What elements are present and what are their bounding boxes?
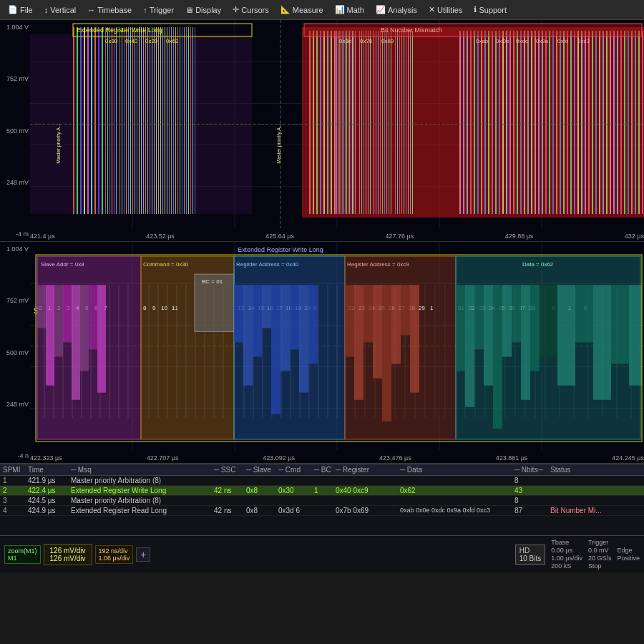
svg-rect-91: [374, 31, 374, 214]
stop-label: Stop: [588, 562, 612, 570]
col-reg: ─ Register: [336, 466, 400, 474]
svg-rect-58: [188, 27, 189, 214]
svg-rect-266: [280, 285, 290, 371]
svg-rect-339: [593, 285, 611, 400]
svg-rect-99: [391, 31, 391, 214]
svg-text:0x9a: 0x9a: [536, 38, 549, 44]
svg-rect-15: [87, 27, 89, 214]
svg-text:9: 9: [152, 305, 156, 311]
svg-rect-87: [364, 31, 364, 214]
svg-rect-217: [63, 285, 72, 342]
svg-rect-38: [145, 27, 146, 214]
svg-rect-44: [158, 27, 159, 214]
svg-rect-109: [459, 31, 461, 214]
top-x-4: 427.76 µs: [385, 233, 414, 240]
svg-text:Master priority A...: Master priority A...: [56, 123, 62, 164]
svg-rect-85: [359, 31, 360, 214]
svg-text:0x78: 0x78: [360, 38, 373, 44]
menu-trigger[interactable]: ↑ Trigger: [138, 4, 179, 16]
svg-rect-153: [617, 31, 618, 214]
svg-rect-27: [122, 27, 122, 214]
svg-rect-329: [474, 285, 484, 349]
bottom-x-2: 422.707 µs: [147, 454, 179, 462]
menu-measure[interactable]: 📐 Measure: [275, 3, 328, 16]
svg-rect-83: [353, 31, 354, 214]
bottom-x-4: 423.476 µs: [379, 454, 411, 462]
svg-rect-101: [397, 31, 398, 214]
svg-rect-108: [412, 31, 413, 214]
svg-rect-88: [366, 31, 366, 214]
menu-vertical[interactable]: ↕ Vertical: [39, 4, 82, 16]
col-spmi: SPMI: [3, 466, 28, 474]
menu-analysis[interactable]: 📈 Analysis: [371, 3, 422, 16]
svg-rect-50: [171, 27, 172, 214]
svg-rect-61: [195, 27, 195, 214]
svg-text:Register Address = 0x40: Register Address = 0x40: [236, 261, 299, 268]
svg-rect-121: [502, 31, 504, 214]
svg-rect-131: [538, 31, 540, 214]
menu-timebase[interactable]: ↔ Timebase: [82, 4, 137, 16]
svg-rect-95: [382, 31, 383, 214]
tbase-value: 0.00 µs: [551, 547, 582, 554]
svg-rect-332: [502, 285, 512, 356]
svg-rect-103: [401, 31, 402, 214]
svg-rect-52: [175, 27, 176, 214]
menu-display[interactable]: 🖥 Display: [180, 4, 226, 16]
svg-rect-32: [132, 27, 133, 214]
bottom-x-axis: 422.323 µs 422.707 µs 423.092 µs 423.476…: [30, 454, 644, 462]
svg-rect-152: [613, 31, 615, 214]
svg-rect-69: [331, 31, 332, 214]
svg-text:Data = 0x62: Data = 0x62: [522, 261, 554, 268]
svg-text:Register Address = 0xc9: Register Address = 0xc9: [347, 261, 409, 268]
sample-rate: 200 kS: [551, 562, 582, 570]
svg-rect-151: [610, 31, 611, 214]
top-x-5: 429.88 µs: [505, 233, 534, 240]
svg-rect-123: [509, 31, 511, 214]
svg-rect-143: [581, 31, 582, 214]
svg-rect-46: [162, 27, 163, 214]
svg-rect-67: [323, 31, 325, 214]
svg-rect-335: [530, 285, 540, 371]
table-header: SPMI Time ─ Msq ─ SSC ─ Slave ─ Cmd ─ BC…: [0, 464, 644, 476]
menu-file[interactable]: 📄 File: [3, 3, 38, 16]
svg-rect-49: [169, 27, 170, 214]
svg-rect-157: [631, 31, 633, 214]
svg-rect-111: [467, 31, 468, 214]
svg-rect-76: [343, 31, 344, 214]
svg-rect-113: [474, 31, 475, 214]
svg-text:11: 11: [172, 305, 178, 311]
menu-math[interactable]: 📊 Math: [330, 3, 369, 16]
svg-rect-54: [180, 27, 180, 214]
svg-rect-114: [477, 31, 479, 214]
svg-rect-23: [112, 27, 112, 214]
svg-rect-136: [556, 31, 557, 214]
table-row: 1 421.9 µs Master priority Arbitration (…: [0, 476, 644, 486]
status-left: zoom(M1) M1 126 mV/div 126 mV/div 192 ns…: [4, 544, 150, 565]
svg-rect-163: [304, 24, 642, 36]
utilities-icon: ✕: [429, 5, 435, 14]
svg-rect-264: [262, 285, 271, 328]
menu-support[interactable]: ℹ Support: [469, 3, 512, 16]
svg-rect-296: [391, 285, 401, 364]
measure-icon: 📐: [280, 5, 291, 14]
svg-rect-333: [512, 285, 521, 342]
svg-rect-120: [499, 31, 500, 214]
menu-cursors[interactable]: ✛ Cursors: [228, 3, 274, 16]
top-waveform-svg: Extended Register Write Long Bit Number …: [30, 20, 644, 228]
svg-rect-41: [152, 27, 152, 214]
svg-rect-72: [338, 31, 338, 214]
svg-rect-45: [160, 27, 161, 214]
svg-rect-81: [351, 31, 351, 214]
add-channel-button[interactable]: +: [136, 547, 150, 562]
menu-utilities[interactable]: ✕ Utilities: [424, 3, 467, 16]
svg-rect-144: [585, 31, 586, 214]
svg-rect-107: [410, 31, 411, 214]
bottom-x-6: 424.245 µs: [612, 454, 644, 462]
col-slave: ─ Slave: [246, 466, 278, 474]
svg-text:10: 10: [161, 305, 167, 311]
bottom-waveform-bg: Extended Register Write Long S Slave Add…: [30, 242, 644, 450]
svg-rect-31: [130, 27, 131, 214]
svg-text:29: 29: [419, 305, 425, 311]
svg-rect-20: [105, 27, 106, 214]
svg-rect-328: [465, 285, 474, 407]
